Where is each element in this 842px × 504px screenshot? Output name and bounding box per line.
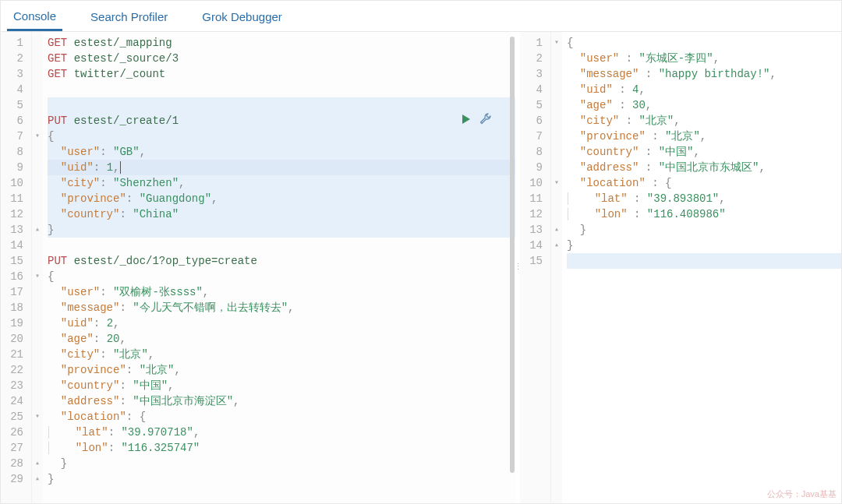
code-line[interactable]: } — [567, 222, 841, 238]
code-line[interactable]: "lat": "39.970718", — [48, 425, 515, 440]
code-line[interactable]: "province" : "北京", — [567, 129, 841, 144]
watermark-text: 公众号：Java基基 — [767, 488, 837, 500]
fold-marker — [32, 206, 43, 222]
wrench-icon[interactable] — [479, 113, 492, 125]
fold-marker[interactable]: ▾ — [32, 129, 43, 144]
fold-marker — [32, 238, 43, 253]
fold-marker[interactable]: ▾ — [32, 409, 43, 425]
fold-marker — [551, 191, 562, 206]
tab-console[interactable]: Console — [7, 2, 62, 31]
response-viewer-code: { "user" : "东城区-李四", "message" : "happy … — [562, 32, 841, 503]
code-line[interactable]: } — [48, 456, 515, 471]
fold-marker[interactable]: ▾ — [551, 175, 562, 191]
code-line[interactable]: "message" : "happy birthday!", — [567, 66, 841, 82]
code-line[interactable]: } — [48, 222, 515, 238]
code-line[interactable]: "user": "双榆树-张ssss", — [48, 284, 515, 300]
fold-marker — [551, 144, 562, 160]
line-number-gutter-right: 123456789101112131415 — [520, 32, 551, 503]
split-panes: 1234567891011121314151617181920212223242… — [1, 32, 841, 503]
code-line[interactable] — [567, 253, 841, 269]
fold-marker[interactable]: ▾ — [32, 269, 43, 284]
fold-marker — [32, 253, 43, 269]
tab-search-profiler[interactable]: Search Profiler — [84, 2, 174, 30]
code-line[interactable]: "city" : "北京", — [567, 113, 841, 129]
request-action-icons — [461, 113, 492, 125]
scrollbar-left[interactable] — [509, 35, 515, 503]
fold-gutter-left: ▾▴▾▾▴▴ — [32, 32, 43, 503]
request-editor-pane: 1234567891011121314151617181920212223242… — [1, 32, 515, 503]
code-line[interactable]: { — [48, 269, 515, 284]
code-line[interactable]: GET twitter/_count — [48, 66, 515, 82]
fold-marker — [32, 362, 43, 378]
code-line[interactable]: } — [48, 471, 515, 487]
code-line[interactable] — [48, 97, 515, 113]
fold-marker — [551, 97, 562, 113]
code-line[interactable]: "uid" : 4, — [567, 82, 841, 97]
tabbar: Console Search Profiler Grok Debugger — [1, 1, 841, 32]
fold-marker — [32, 51, 43, 66]
code-line[interactable]: "lon": "116.325747" — [48, 440, 515, 456]
code-line[interactable]: "lon" : "116.408986" — [567, 206, 841, 222]
code-line[interactable]: "city": "Shenzhen", — [48, 175, 515, 191]
code-line[interactable]: "country": "China" — [48, 206, 515, 222]
fold-marker — [551, 66, 562, 82]
fold-marker — [551, 253, 562, 269]
fold-marker — [32, 97, 43, 113]
fold-marker — [551, 129, 562, 144]
fold-marker — [32, 315, 43, 331]
code-line[interactable]: "uid": 1, — [48, 160, 515, 175]
code-line[interactable]: GET estest/_source/3 — [48, 51, 515, 66]
fold-marker — [32, 393, 43, 409]
fold-marker[interactable]: ▴ — [32, 222, 43, 238]
fold-marker[interactable]: ▾ — [551, 35, 562, 51]
fold-marker — [32, 113, 43, 129]
fold-marker — [32, 66, 43, 82]
tab-grok-debugger[interactable]: Grok Debugger — [196, 2, 288, 30]
fold-marker[interactable]: ▴ — [32, 471, 43, 487]
code-line[interactable]: "age" : 30, — [567, 97, 841, 113]
code-line[interactable]: } — [567, 238, 841, 253]
code-line[interactable]: GET estest/_mapping — [48, 35, 515, 51]
code-line[interactable] — [48, 238, 515, 253]
code-line[interactable]: "user" : "东城区-李四", — [567, 51, 841, 66]
fold-marker[interactable]: ▴ — [32, 456, 43, 471]
request-editor-code[interactable]: GET estest/_mappingGET estest/_source/3G… — [43, 32, 515, 503]
code-line[interactable]: "province": "Guangdong", — [48, 191, 515, 206]
code-line[interactable]: "message": "今儿天气不错啊，出去转转去", — [48, 300, 515, 315]
request-editor[interactable]: 1234567891011121314151617181920212223242… — [1, 32, 515, 503]
fold-marker — [551, 82, 562, 97]
code-line[interactable]: "lat" : "39.893801", — [567, 191, 841, 206]
code-line[interactable]: PUT estest/_doc/1?op_type=create — [48, 253, 515, 269]
fold-marker — [32, 425, 43, 440]
fold-marker — [32, 191, 43, 206]
response-viewer[interactable]: 123456789101112131415 ▾▾▴▴ { "user" : "东… — [520, 32, 841, 503]
fold-marker[interactable]: ▴ — [551, 238, 562, 253]
code-line[interactable]: "country": "中国", — [48, 378, 515, 393]
code-line[interactable]: "city": "北京", — [48, 347, 515, 362]
fold-marker — [551, 51, 562, 66]
code-line[interactable] — [48, 82, 515, 97]
code-line[interactable]: "address": "中国北京市海淀区", — [48, 393, 515, 409]
code-line[interactable]: "uid": 2, — [48, 315, 515, 331]
code-line[interactable]: PUT estest/_create/1 — [48, 113, 515, 129]
fold-marker — [32, 284, 43, 300]
fold-marker — [32, 35, 43, 51]
code-line[interactable]: "country" : "中国", — [567, 144, 841, 160]
fold-marker[interactable]: ▴ — [551, 222, 562, 238]
code-line[interactable]: { — [48, 129, 515, 144]
fold-marker — [32, 144, 43, 160]
line-number-gutter-left: 1234567891011121314151617181920212223242… — [1, 32, 32, 503]
code-line[interactable]: "province": "北京", — [48, 362, 515, 378]
play-icon[interactable] — [461, 114, 472, 125]
code-line[interactable]: "age": 20, — [48, 331, 515, 347]
fold-marker — [551, 160, 562, 175]
fold-marker — [32, 82, 43, 97]
fold-marker — [32, 160, 43, 175]
code-line[interactable]: "user": "GB", — [48, 144, 515, 160]
fold-marker — [551, 206, 562, 222]
code-line[interactable]: "address" : "中国北京市东城区", — [567, 160, 841, 175]
code-line[interactable]: { — [567, 35, 841, 51]
code-line[interactable]: "location" : { — [567, 175, 841, 191]
code-line[interactable]: "location": { — [48, 409, 515, 425]
fold-marker — [32, 440, 43, 456]
